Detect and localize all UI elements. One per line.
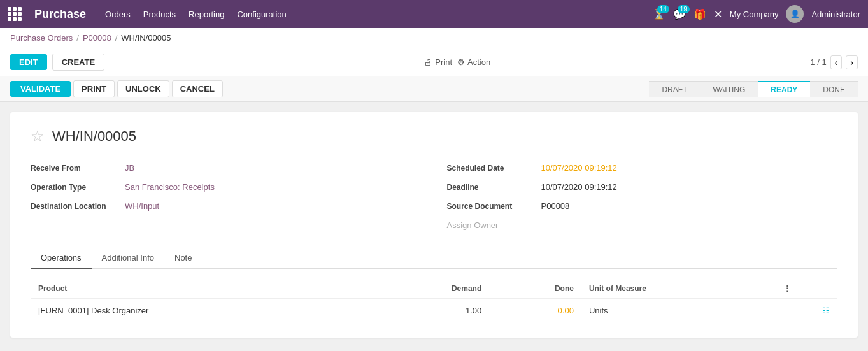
breadcrumb-purchase-orders[interactable]: Purchase Orders	[10, 33, 73, 43]
cell-unit: Units	[581, 299, 776, 322]
source-document-label: Source Document	[447, 202, 536, 211]
action-label: Action	[467, 57, 490, 67]
unlock-button[interactable]: UNLOCK	[117, 80, 169, 97]
breadcrumb-sep-1: /	[76, 33, 79, 43]
tools-icon[interactable]: ✕	[714, 8, 722, 20]
breadcrumb: Purchase Orders / P00008 / WH/IN/00005	[0, 28, 868, 48]
destination-location-value[interactable]: WH/Input	[125, 201, 159, 211]
cell-done: 0.00	[489, 299, 581, 322]
operation-type-field: Operation Type San Francisco: Receipts	[31, 182, 422, 192]
nav-configuration[interactable]: Configuration	[237, 10, 286, 19]
document-card: ☆ WH/IN/00005 Receive From JB Operation …	[10, 112, 858, 338]
clock-icon[interactable]: ⏳ 14	[653, 8, 665, 20]
deadline-field: Deadline 10/07/2020 09:19:12	[447, 182, 838, 192]
nav-orders[interactable]: Orders	[105, 10, 131, 19]
print-button[interactable]: 🖨 Print	[424, 57, 452, 67]
gift-icon[interactable]: 🎁	[694, 8, 706, 20]
prev-page-button[interactable]: ‹	[830, 55, 843, 69]
nav-menu: Orders Products Reporting Configuration	[105, 10, 640, 19]
step-ready[interactable]: READY	[758, 81, 810, 97]
tab-operations[interactable]: Operations	[31, 248, 92, 269]
company-name[interactable]: My Company	[730, 10, 779, 19]
chat-icon[interactable]: 💬 19	[673, 8, 686, 20]
action-dropdown[interactable]: ⚙ Action	[457, 57, 490, 67]
deadline-value[interactable]: 10/07/2020 09:19:12	[541, 182, 617, 192]
breadcrumb-p00008[interactable]: P00008	[83, 33, 111, 43]
user-name[interactable]: Administrator	[811, 10, 860, 19]
table-header-row: Product Demand Done Unit of Measure ⋮	[31, 279, 837, 299]
next-page-button[interactable]: ›	[846, 55, 858, 69]
receive-from-label: Receive From	[31, 164, 120, 173]
scheduled-date-label: Scheduled Date	[447, 164, 536, 173]
table-row: [FURN_0001] Desk Organizer 1.00 0.00 Uni…	[31, 299, 837, 322]
tabs: Operations Additional Info Note	[31, 248, 837, 269]
col-unit-of-measure: Unit of Measure	[581, 279, 776, 299]
table-menu-icon[interactable]: ⋮	[776, 279, 837, 299]
deadline-label: Deadline	[447, 183, 536, 192]
source-document-field: Source Document P00008	[447, 201, 838, 211]
gear-icon: ⚙	[457, 57, 465, 67]
assign-owner-label[interactable]: Assign Owner	[447, 220, 499, 230]
nav-products[interactable]: Products	[143, 10, 176, 19]
document-fields: Receive From JB Operation Type San Franc…	[31, 163, 837, 230]
edit-button[interactable]: EDIT	[10, 54, 47, 70]
status-steps: DRAFT WAITING READY DONE	[225, 81, 858, 97]
destination-location-field: Destination Location WH/Input	[31, 201, 422, 211]
cell-product: [FURN_0001] Desk Organizer	[31, 299, 367, 322]
create-button[interactable]: CREATE	[52, 54, 104, 71]
clock-badge: 14	[657, 5, 669, 13]
apps-icon[interactable]	[8, 7, 22, 21]
breadcrumb-current: WH/IN/00005	[121, 33, 171, 43]
action-bar: EDIT CREATE 🖨 Print ⚙ Action 1 / 1 ‹ ›	[0, 48, 868, 76]
validate-button[interactable]: VALIDATE	[10, 81, 71, 97]
col-product: Product	[31, 279, 367, 299]
col-done: Done	[489, 279, 581, 299]
user-avatar[interactable]: 👤	[786, 5, 804, 23]
cell-demand: 1.00	[367, 299, 489, 322]
receive-from-value[interactable]: JB	[125, 163, 134, 173]
print-status-button[interactable]: PRINT	[73, 80, 115, 97]
tab-additional-info[interactable]: Additional Info	[92, 248, 164, 269]
app-brand[interactable]: Purchase	[34, 8, 86, 21]
operation-type-label: Operation Type	[31, 183, 120, 192]
scheduled-date-value[interactable]: 10/07/2020 09:19:12	[541, 163, 617, 173]
status-bar: VALIDATE PRINT UNLOCK CANCEL DRAFT WAITI…	[0, 76, 868, 102]
operation-type-value[interactable]: San Francisco: Receipts	[125, 182, 215, 192]
chat-badge: 19	[678, 5, 690, 13]
step-draft[interactable]: DRAFT	[649, 81, 700, 97]
navbar: Purchase Orders Products Reporting Confi…	[0, 0, 868, 28]
nav-reporting[interactable]: Reporting	[189, 10, 224, 19]
step-waiting[interactable]: WAITING	[700, 81, 758, 97]
receive-from-field: Receive From JB	[31, 163, 422, 173]
cancel-button[interactable]: CANCEL	[172, 80, 223, 97]
favorite-star-icon[interactable]: ☆	[31, 127, 45, 145]
print-icon: 🖨	[424, 57, 432, 67]
document-header: ☆ WH/IN/00005	[31, 127, 837, 145]
breadcrumb-sep-2: /	[115, 33, 118, 43]
assign-owner-field: Assign Owner	[447, 220, 838, 230]
col-demand: Demand	[367, 279, 489, 299]
navbar-right: ⏳ 14 💬 19 🎁 ✕ My Company 👤 Administrator	[653, 5, 860, 23]
destination-location-label: Destination Location	[31, 202, 120, 211]
scheduled-date-field: Scheduled Date 10/07/2020 09:19:12	[447, 163, 838, 173]
source-document-value: P00008	[541, 201, 570, 211]
page-nav: 1 / 1 ‹ ›	[810, 55, 858, 69]
main-content: ☆ WH/IN/00005 Receive From JB Operation …	[0, 102, 868, 348]
print-label: Print	[435, 57, 452, 67]
page-info: 1 / 1	[810, 57, 826, 67]
step-done[interactable]: DONE	[810, 81, 858, 97]
detail-list-icon[interactable]: ☷	[822, 306, 830, 315]
cell-list-icon[interactable]: ☷	[776, 299, 837, 322]
tab-note[interactable]: Note	[164, 248, 202, 269]
operations-table: Product Demand Done Unit of Measure ⋮ [F…	[31, 279, 837, 322]
document-title: WH/IN/00005	[52, 128, 136, 145]
